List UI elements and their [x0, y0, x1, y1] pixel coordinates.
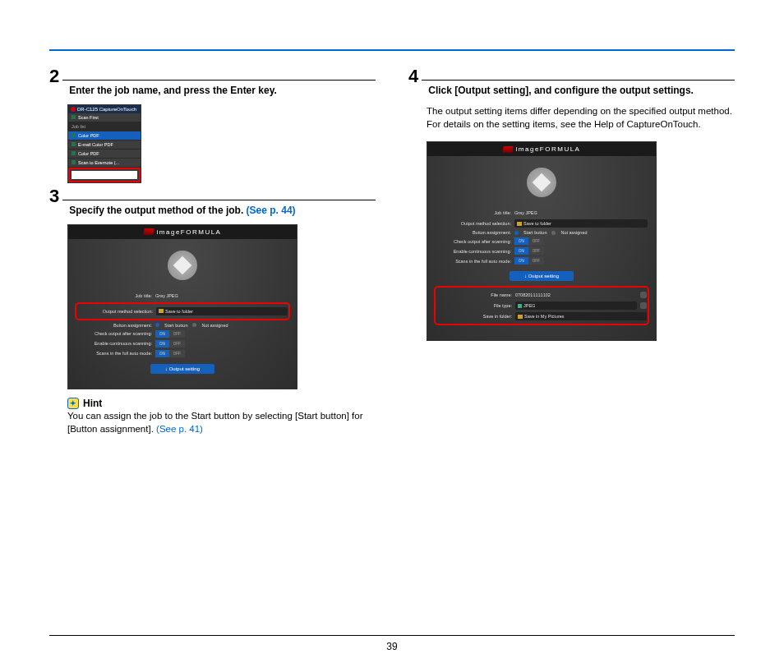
- step-number-3: 3: [49, 187, 62, 205]
- radio-on-icon: [155, 323, 159, 327]
- list-header: Job list: [68, 122, 141, 131]
- screenshot-joblist: DR-C125 CaptureOnTouch Scan First Job li…: [67, 104, 141, 183]
- gear-icon: [640, 302, 647, 309]
- hint-body: You can assign the job to the Start butt…: [67, 409, 376, 436]
- step-4-body: The output setting items differ dependin…: [427, 104, 735, 131]
- doc-icon: [71, 142, 76, 146]
- app-header: imageFORMULA: [427, 142, 656, 156]
- list-item: Color PDF: [68, 131, 141, 140]
- doc-icon: [71, 160, 76, 164]
- toggle-control: ONOFF: [155, 350, 185, 357]
- left-column: 2 Enter the job name, and press the Ente…: [49, 80, 376, 453]
- step-2: 2 Enter the job name, and press the Ente…: [49, 80, 376, 183]
- row-enable-continuous: Enable continuous scanning: ONOFF: [76, 340, 288, 348]
- folder-icon: [518, 315, 523, 319]
- radio-off-icon: [551, 231, 556, 235]
- row-check-output: Check output after scanning: ONOFF: [76, 330, 288, 338]
- row-fullauto: Scans in the full auto mode: ONOFF: [436, 257, 648, 265]
- row-enable-continuous: Enable continuous scanning: ONOFF: [436, 247, 648, 255]
- app-header: imageFORMULA: [68, 225, 297, 239]
- row-file-type: File type: JPEG: [436, 301, 647, 310]
- toggle-control: ONOFF: [514, 247, 544, 255]
- step-4-title: Click [Output setting], and configure th…: [428, 84, 694, 98]
- screenshot-output-method: imageFORMULA Job title: Gray JPEG Output…: [67, 224, 297, 389]
- highlight-box: Output method selection: Save to folder: [75, 302, 290, 320]
- scan-diamond-icon: [173, 255, 192, 274]
- bottom-rule: [49, 635, 735, 636]
- screenshot-output-setting: imageFORMULA Job title: Gray JPEG Output…: [427, 141, 657, 341]
- step-3-title: Specify the output method of the job. (S…: [69, 204, 295, 218]
- toggle-control: ONOFF: [514, 257, 544, 265]
- toggle-control: ONOFF: [514, 237, 544, 245]
- output-setting-button: ↓ Output setting: [510, 271, 574, 281]
- radio-on-icon: [514, 231, 519, 235]
- row-button-assign: Button assignment: Start button Not assi…: [436, 230, 648, 235]
- doc-icon: [71, 151, 76, 155]
- row-save-in: Save in folder: Save in My Pictures: [436, 312, 647, 320]
- folder-icon: [517, 222, 522, 226]
- brand-logo-icon: [502, 146, 513, 153]
- list-item: Scan to Evernote (...: [68, 159, 141, 168]
- output-method-select: Save to folder: [514, 219, 648, 228]
- output-method-select: Save to folder: [156, 307, 288, 315]
- step-3: 3 Specify the output method of the job. …: [49, 200, 376, 436]
- output-setting-button: ↓ Output setting: [150, 364, 214, 374]
- highlight-box: [68, 168, 141, 182]
- scan-diamond-icon: [533, 173, 551, 192]
- step-2-title: Enter the job name, and press the Enter …: [69, 84, 277, 98]
- save-folder-select: Save in My Pictures: [515, 312, 647, 320]
- gear-icon: [640, 292, 647, 298]
- hint-bulb-icon: ✦: [67, 398, 79, 409]
- link-p41[interactable]: (See p. 41): [156, 424, 203, 434]
- row-fullauto: Scans in the full auto mode: ONOFF: [76, 350, 288, 357]
- row-file-name: File name: 07082011111102: [436, 291, 647, 299]
- brand-text: imageFORMULA: [157, 228, 222, 236]
- right-column: 4 Click [Output setting], and configure …: [408, 80, 735, 453]
- brand-text: imageFORMULA: [516, 145, 581, 153]
- radio-off-icon: [192, 323, 196, 327]
- doc-icon: [71, 133, 76, 137]
- page-number: 39: [0, 641, 784, 652]
- row-check-output: Check output after scanning: ONOFF: [436, 237, 648, 245]
- hint-heading: ✦ Hint: [67, 398, 376, 409]
- window-titlebar: DR-C125 CaptureOnTouch: [68, 105, 141, 113]
- brand-logo-icon: [143, 228, 154, 235]
- app-logo-dot: [71, 107, 76, 112]
- list-item: Color PDF: [68, 150, 141, 159]
- step-number-2: 2: [49, 67, 62, 85]
- highlight-box: File name: 07082011111102 File type: JPE…: [434, 286, 649, 325]
- row-output-method: Output method selection: Save to folder: [77, 307, 288, 315]
- row-job-title: Job title: Gray JPEG: [436, 209, 648, 217]
- scan-button: [168, 251, 197, 280]
- step-number-4: 4: [408, 67, 422, 85]
- row-output-method: Output method selection: Save to folder: [436, 219, 648, 228]
- folder-icon: [159, 309, 164, 313]
- list-item: E-mail Color PDF: [68, 140, 141, 150]
- list-item: Scan First: [68, 113, 141, 122]
- scan-button: [527, 168, 556, 197]
- toggle-control: ONOFF: [155, 340, 185, 348]
- row-job-title: Job title: Gray JPEG: [76, 292, 288, 300]
- step-4: 4 Click [Output setting], and configure …: [408, 80, 735, 341]
- window-title: DR-C125 CaptureOnTouch: [77, 107, 136, 112]
- row-button-assign: Button assignment: Start button Not assi…: [76, 323, 288, 328]
- file-type-select: JPEG: [515, 301, 637, 310]
- toggle-control: ONOFF: [155, 330, 185, 338]
- top-rule: [49, 49, 735, 51]
- jobname-input: [71, 171, 137, 179]
- doc-icon: [71, 115, 76, 119]
- doc-icon: [518, 304, 522, 308]
- link-p44[interactable]: (See p. 44): [247, 205, 296, 216]
